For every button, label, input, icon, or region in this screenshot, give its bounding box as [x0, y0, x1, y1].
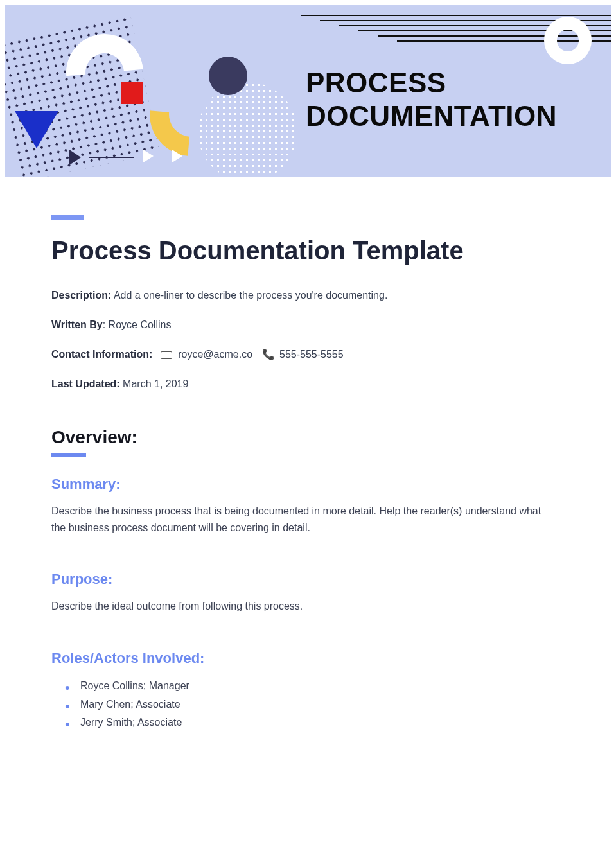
description-label: Description: [51, 290, 111, 301]
contact-label: Contact Information: [51, 349, 152, 360]
updated-label: Last Updated: [51, 378, 120, 389]
purpose-heading: Purpose: [51, 571, 565, 588]
navy-circle [209, 57, 247, 95]
overview-heading: Overview: [51, 427, 565, 448]
purpose-body: Describe the ideal outcome from followin… [51, 598, 552, 615]
mail-icon [161, 351, 172, 359]
updated-value: March 1, 2019 [120, 378, 189, 389]
writtenby-value: : Royce Collins [103, 319, 172, 330]
roles-list: Royce Collins; Manager Mary Chen; Associ… [51, 677, 565, 732]
contact-email: royce@acme.co [178, 349, 252, 360]
writtenby-label: Written By [51, 319, 103, 330]
accent-bar [51, 215, 84, 220]
section-rule [51, 455, 565, 455]
list-item: Mary Chen; Associate [80, 696, 565, 714]
description-row: Description: Add a one-liner to describe… [51, 288, 565, 303]
blue-triangle [15, 111, 58, 148]
phone-icon: 📞 [262, 349, 275, 360]
banner-title: PROCESS DOCUMENTATION [306, 66, 557, 133]
page-title: Process Documentation Template [51, 236, 565, 265]
list-item: Royce Collins; Manager [80, 677, 565, 696]
document-body: Process Documentation Template Descripti… [0, 182, 616, 745]
contact-row: Contact Information: royce@acme.co 📞 555… [51, 347, 565, 362]
dash-line [89, 157, 134, 158]
play-icon [143, 150, 154, 162]
play-icon [172, 150, 182, 162]
list-item: Jerry Smith; Associate [80, 714, 565, 732]
roles-heading: Roles/Actors Involved: [51, 650, 565, 667]
updated-row: Last Updated: March 1, 2019 [51, 376, 565, 392]
red-square [121, 82, 143, 104]
ring-icon [544, 17, 592, 64]
summary-heading: Summary: [51, 476, 565, 493]
hero-banner: PROCESS DOCUMENTATION [5, 5, 611, 177]
writtenby-row: Written By: Royce Collins [51, 317, 565, 333]
description-value: Add a one-liner to describe the process … [111, 290, 387, 301]
contact-phone: 555-555-5555 [279, 349, 344, 360]
play-icon [69, 150, 81, 165]
summary-body: Describe the business process that is be… [51, 503, 552, 536]
